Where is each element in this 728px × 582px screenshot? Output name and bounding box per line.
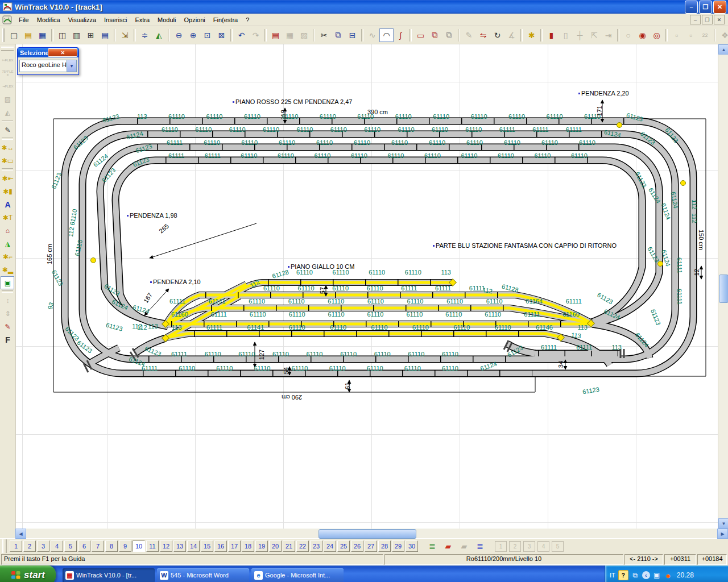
restore-window-tray-icon[interactable]: ⧉ (631, 571, 640, 580)
copy-button[interactable]: ⧉ (331, 28, 345, 42)
page-button[interactable]: 12 (160, 541, 172, 552)
new-signal-icon[interactable]: ✱▮ (1, 185, 14, 198)
lamp-button[interactable]: ○ (621, 28, 635, 42)
sidebar-grip[interactable] (1, 47, 14, 51)
undo-button[interactable]: ↶ (234, 28, 249, 42)
layers-visible-button[interactable]: ≣ (425, 540, 440, 552)
scroll-down-icon[interactable]: ▼ (718, 518, 728, 529)
sheet-button[interactable]: ▦ (283, 28, 297, 42)
page-button[interactable]: 21 (283, 541, 295, 552)
maximize-button[interactable]: ❐ (699, 1, 712, 14)
menu-item[interactable]: File (15, 15, 33, 24)
page-button[interactable]: 29 (392, 541, 404, 552)
menu-item[interactable]: Moduli (154, 15, 180, 24)
security-tray-icon[interactable]: ● (664, 571, 673, 580)
pagesbar-grip[interactable] (2, 539, 7, 553)
terrain-tool-icon[interactable]: ▨ (1, 93, 14, 106)
menu-item[interactable]: Extra (131, 15, 154, 24)
selection-dialog-titlebar[interactable]: Selezione bin... ✕ (18, 48, 78, 57)
insert-element-button[interactable]: ✱ (524, 28, 539, 42)
piece-numbers-button[interactable]: ≑ (138, 28, 152, 42)
connect-button[interactable]: ┼ (573, 28, 587, 42)
layer-locked-button[interactable]: ▰ (457, 540, 471, 552)
toolbar-button[interactable] (540, 29, 543, 41)
vertical-scroll-thumb[interactable] (719, 275, 728, 303)
page-button[interactable]: 10 (133, 541, 145, 552)
page-button[interactable]: 24 (324, 541, 336, 552)
scroll-up-icon[interactable]: ▲ (718, 44, 728, 55)
print-button[interactable]: ▥ (69, 28, 84, 42)
toolbar-button[interactable] (410, 29, 412, 41)
flex-bend-tool-icon[interactable]: ↝FLEX (1, 80, 14, 93)
language-indicator[interactable]: IT (610, 572, 615, 579)
menu-item[interactable]: ? (242, 15, 253, 24)
zoom-in-button[interactable]: ⊕ (186, 28, 200, 42)
draw-track-button[interactable]: ✎ (462, 28, 476, 42)
background-image-button[interactable]: ◭ (152, 28, 166, 42)
print-preview-button[interactable]: ◫ (55, 28, 69, 42)
chevron-down-icon[interactable]: ▾ (67, 60, 76, 72)
toolbar-button[interactable] (313, 29, 315, 41)
rotate-180-button[interactable]: ↻ (490, 28, 504, 42)
spline-tool-button[interactable]: ∫ (394, 28, 408, 42)
toolbar-button[interactable] (520, 29, 523, 41)
toolbar-button[interactable] (458, 29, 460, 41)
new-terrain-icon[interactable]: ✱▂ (1, 263, 14, 276)
align-button[interactable]: ⇱ (587, 28, 601, 42)
page-button[interactable]: 11 (146, 541, 159, 552)
properties-button[interactable]: ▭ (413, 28, 428, 42)
page-button[interactable]: 8 (105, 541, 118, 552)
mdi-control-button[interactable]: ✕ (714, 15, 725, 24)
page-button[interactable]: 20 (269, 541, 282, 552)
toolbar-button[interactable] (665, 29, 668, 41)
taskbar-task-button[interactable]: ▦ WinTrack V10.0 - [tr... (63, 568, 155, 582)
paste-button[interactable]: ⊟ (345, 28, 359, 42)
level-down-icon[interactable]: ⇕ (1, 307, 14, 320)
page-button[interactable]: 6 (78, 541, 90, 552)
page-button[interactable]: 18 (242, 541, 254, 552)
page-button[interactable]: 14 (187, 541, 200, 552)
block-1-button[interactable]: ▫ (669, 28, 684, 42)
hide-icons-chevron[interactable]: ‹ (642, 571, 650, 579)
page-button[interactable]: 26 (351, 541, 363, 552)
new-plate-icon[interactable]: ✱▭ (1, 154, 14, 167)
track-cut-tool-icon[interactable]: ✎ (1, 123, 14, 136)
track-plan-canvas[interactable]: 1136111061110611106111061110611106111061… (16, 44, 718, 529)
minimize-button[interactable]: – (685, 1, 698, 14)
page-button[interactable]: 13 (173, 541, 186, 552)
sidebar-button[interactable] (2, 290, 13, 293)
mdi-control-button[interactable]: – (690, 15, 701, 24)
block-22-button[interactable]: 22 (698, 28, 712, 42)
toolbar-button[interactable] (134, 29, 136, 41)
page-button[interactable]: 1 (10, 541, 22, 552)
page-button[interactable]: 16 (214, 541, 227, 552)
lamp-red-button[interactable]: ◉ (635, 28, 650, 42)
menu-item[interactable]: Inserisci (100, 15, 131, 24)
signal-pair-button[interactable]: ▯ (559, 28, 573, 42)
save-button[interactable]: ▦ (35, 28, 49, 42)
mdi-control-button[interactable]: ❐ (702, 15, 713, 24)
bring-front-button[interactable]: ⧉ (428, 28, 442, 42)
page-button[interactable]: 27 (365, 541, 377, 552)
sidebar-button[interactable] (2, 120, 13, 122)
group-button[interactable]: ❖ (718, 28, 728, 42)
text-tool-icon[interactable]: A (1, 198, 14, 211)
selection-dialog-close-icon[interactable]: ✕ (48, 48, 77, 57)
report-button[interactable]: ▤ (268, 28, 283, 42)
menu-item[interactable]: Fin(estra (209, 15, 242, 24)
toolbar-button[interactable] (617, 29, 619, 41)
menu-item[interactable]: Visualizza (64, 15, 100, 24)
page-button[interactable]: 28 (378, 541, 391, 552)
page-button[interactable]: 22 (296, 541, 309, 552)
horizontal-scroll-thumb[interactable] (318, 529, 416, 539)
toolbar-button[interactable] (714, 29, 716, 41)
page-button[interactable]: 2 (23, 541, 36, 552)
zoom-fit-button[interactable]: ⊠ (214, 28, 229, 42)
toolbar-button[interactable] (361, 29, 363, 41)
page-button[interactable]: 30 (406, 541, 418, 552)
house-icon[interactable]: ⌂ (1, 224, 14, 237)
toolbar-button[interactable] (114, 29, 116, 41)
page-button[interactable]: 19 (255, 541, 268, 552)
draw-pen-icon[interactable]: ✎ (1, 320, 14, 333)
landscape-color-icon[interactable]: ◮ (1, 237, 14, 250)
